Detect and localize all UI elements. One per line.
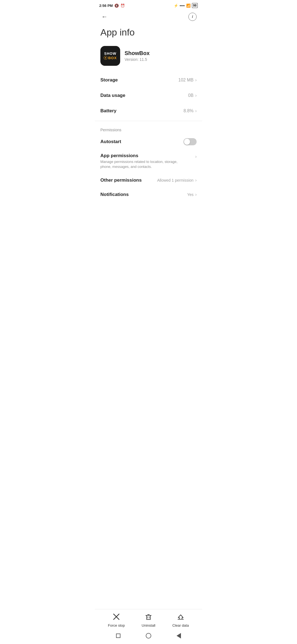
logo-play-icon [104, 56, 108, 60]
mute-icon: 🔇 [114, 4, 119, 8]
app-name: ShowBox [125, 50, 150, 56]
app-version: Version: 11.5 [125, 57, 150, 62]
top-nav: ← i [95, 10, 202, 24]
info-button[interactable]: i [188, 13, 197, 21]
bluetooth-icon: ⚡ [174, 4, 178, 8]
storage-label: Storage [100, 77, 118, 83]
app-permissions-title: App permissions [100, 153, 195, 159]
app-permissions-chevron: › [195, 153, 197, 159]
notifications-item[interactable]: Notifications Yes › [95, 187, 202, 202]
autostart-toggle[interactable] [183, 138, 197, 145]
battery-value: 8.8% [183, 108, 193, 113]
storage-item[interactable]: Storage 102 MB › [95, 72, 202, 88]
app-permissions-item[interactable]: App permissions Manage permissions relat… [95, 149, 202, 173]
back-button[interactable]: ← [100, 12, 109, 21]
logo-bottom: BOX [104, 56, 117, 60]
status-right: ⚡ ▪▪▪▪ 📶 98 [174, 3, 198, 8]
storage-value: 102 MB [178, 78, 194, 83]
battery-item[interactable]: Battery 8.8% › [95, 103, 202, 119]
storage-right: 102 MB › [178, 78, 197, 83]
data-usage-item[interactable]: Data usage 0B › [95, 88, 202, 103]
autostart-item[interactable]: Autostart [95, 134, 202, 149]
other-permissions-right: Allowed 1 permission › [157, 178, 197, 183]
data-usage-value: 0B [188, 93, 194, 98]
storage-chevron: › [195, 78, 197, 83]
other-permissions-chevron: › [195, 178, 197, 183]
other-permissions-label: Other permissions [100, 178, 142, 183]
app-card: SHOW BOX ShowBox Version: 11.5 [95, 43, 202, 72]
autostart-label: Autostart [100, 139, 121, 144]
app-permissions-content: App permissions Manage permissions relat… [100, 153, 195, 169]
data-usage-chevron: › [195, 93, 197, 98]
notifications-label: Notifications [100, 192, 129, 197]
permissions-section-label: Permissions [95, 123, 202, 134]
app-logo: SHOW BOX [100, 46, 120, 66]
notifications-right: Yes › [187, 192, 197, 197]
battery-right: 8.8% › [183, 108, 197, 113]
alarm-icon: ⏰ [120, 4, 125, 8]
app-info: ShowBox Version: 11.5 [125, 50, 150, 62]
data-usage-right: 0B › [188, 93, 197, 98]
notifications-clip: Notifications Yes › [95, 187, 202, 202]
other-permissions-item[interactable]: Other permissions Allowed 1 permission › [95, 173, 202, 187]
logo-bottom-text: BOX [108, 56, 117, 60]
notifications-chevron: › [195, 192, 197, 197]
status-left: 2:56 PM 🔇 ⏰ [99, 4, 125, 8]
signal-icon: ▪▪▪▪ [180, 4, 185, 8]
battery-label: Battery [100, 108, 117, 114]
status-bar: 2:56 PM 🔇 ⏰ ⚡ ▪▪▪▪ 📶 98 [95, 0, 202, 10]
battery-chevron: › [195, 108, 197, 113]
time: 2:56 PM [99, 4, 113, 8]
divider [95, 121, 202, 121]
logo-top-text: SHOW [104, 52, 116, 56]
battery-icon: 98 [192, 3, 198, 8]
page-title: App info [95, 24, 202, 43]
notifications-value: Yes [187, 192, 194, 197]
app-permissions-desc: Manage permissions related to location, … [100, 159, 183, 169]
other-permissions-value: Allowed 1 permission [157, 178, 193, 182]
wifi-icon: 📶 [186, 4, 191, 8]
data-usage-label: Data usage [100, 93, 125, 98]
